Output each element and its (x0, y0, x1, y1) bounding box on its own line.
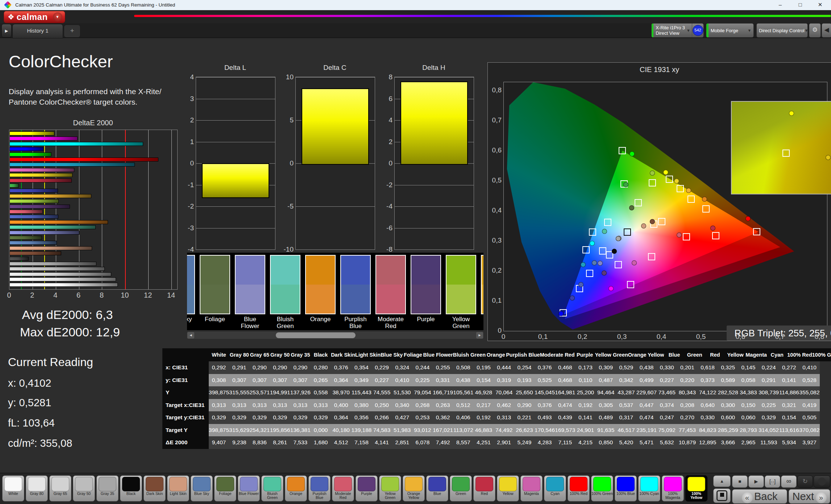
patch-button-green[interactable]: Green (450, 475, 472, 501)
patch-button-yellow[interactable]: Yellow (497, 475, 519, 501)
table-cell: 0,192 (473, 411, 494, 424)
table-cell: 0,193 (514, 374, 535, 387)
cie-target-moderate-red (683, 233, 690, 240)
scroll-left-icon[interactable]: ◄ (187, 332, 194, 339)
cie-y-tick-label: 0,2 (490, 266, 502, 274)
patch-button-yellow-green[interactable]: Yellow Green (379, 475, 401, 501)
patch-button-blue[interactable]: Blue (426, 475, 448, 501)
tab-scroll-left-button[interactable]: ▶ (1, 24, 12, 38)
patch-button-purplish-blue[interactable]: Purplish Blue (308, 475, 331, 501)
patch-button-red[interactable]: Red (473, 475, 495, 501)
add-tab-button[interactable]: + (64, 25, 80, 38)
table-cell: 74,583 (372, 424, 392, 437)
patch-button-orange[interactable]: Orange (285, 475, 307, 501)
chevron-down-icon: ▼ (745, 28, 753, 33)
table-cell: 4,512 (331, 436, 351, 449)
minimize-button[interactable]: – (772, 0, 789, 10)
deltae-bar-foliage (9, 236, 42, 240)
patch-button-gray-80[interactable]: Gray 80 (26, 475, 48, 501)
next-chevron-icon: » (816, 492, 827, 503)
patch-row-up-button[interactable]: ▲ (713, 475, 731, 487)
patch-button-blue-flower[interactable]: Blue Flower (238, 475, 260, 501)
scroll-right-icon[interactable]: ► (476, 332, 483, 339)
table-cell: 0,225 (412, 374, 433, 387)
table-row-label: Target x:CIE31 (162, 399, 209, 412)
logo-menu-caret-icon[interactable]: ▼ (53, 12, 62, 22)
table-cell: 0,493 (535, 411, 555, 424)
source-dropdown[interactable]: Mobile Forge ▼ (706, 23, 754, 38)
patch-button-100-magenta[interactable]: 100% Magenta (662, 475, 684, 501)
table-header-yellow-green: Yellow Green (595, 348, 628, 361)
strip-scrollbar[interactable]: ◄ ► (187, 332, 483, 339)
next-button[interactable]: Next » (789, 489, 830, 504)
table-cell: 136,381 (290, 424, 311, 437)
swatch-target-color (446, 256, 475, 285)
patch-button-100-red[interactable]: 100% Red (568, 475, 590, 501)
table-cell: 0,300 (718, 399, 738, 412)
table-cell: 0,512 (453, 399, 473, 412)
patch-button-bluish-green[interactable]: Bluish Green (261, 475, 283, 501)
patch-button-light-skin[interactable]: Light Skin (167, 475, 189, 501)
tab-history-1[interactable]: History 1 (12, 24, 63, 38)
deltae-bar-black (9, 257, 29, 261)
patch-button-black[interactable]: Black (120, 475, 142, 501)
table-header-blue-flower: Blue Flower (423, 348, 453, 361)
display-control-dropdown[interactable]: Direct Display Control ▼ (756, 23, 808, 38)
patch-button-moderate-red[interactable]: Moderate Red (332, 475, 354, 501)
collapse-panel-button[interactable]: ◀ (822, 23, 831, 38)
patch-button-cyan[interactable]: Cyan (544, 475, 566, 501)
close-button[interactable]: ✕ (812, 0, 828, 10)
table-cell: 0,305 (596, 399, 616, 412)
record-button[interactable] (814, 475, 830, 488)
patch-button-white[interactable]: White (2, 475, 24, 501)
cie-target-cyan (582, 246, 590, 253)
play-icon: ▶ (755, 479, 758, 484)
table-cell: 229,607 (636, 386, 657, 399)
patch-button-magenta[interactable]: Magenta (520, 475, 543, 501)
scrollbar-thumb[interactable] (276, 332, 356, 338)
patch-button-foliage[interactable]: Foliage (214, 475, 236, 501)
back-button[interactable]: « Back (732, 489, 787, 504)
stop-button[interactable]: ■ (732, 475, 748, 488)
patch-color-chip (593, 477, 611, 491)
settings-gear-button[interactable]: ⚙ (809, 23, 821, 38)
patch-button-100-green[interactable]: 100% Green (591, 475, 613, 501)
axis-tick-label: 1 (183, 138, 194, 146)
table-row-label: Y (162, 386, 209, 399)
refresh-button[interactable]: ↻ (797, 475, 813, 488)
axis-tick-label: 12 (144, 291, 152, 299)
patch-button-blue-sky[interactable]: Blue Sky (191, 475, 213, 501)
table-corner-cell (162, 348, 209, 361)
strip-swatch-moderate-red: Moderate Red (375, 253, 406, 330)
patch-button-dark-skin[interactable]: Dark Skin (144, 475, 166, 501)
patch-button-100-cyan[interactable]: 100% Cyan (638, 475, 660, 501)
patch-button-gray-50[interactable]: Gray 50 (73, 475, 95, 501)
loop-button[interactable]: ∞ (781, 475, 797, 488)
patch-button-gray-35[interactable]: Gray 35 (96, 475, 119, 501)
deltae-bar-100-blue (9, 147, 43, 151)
range-button[interactable]: [··] (765, 475, 780, 488)
table-header-cyan: Cyan (767, 348, 787, 361)
table-cell: 0,270 (677, 411, 697, 424)
maximize-button[interactable]: □ (792, 0, 809, 10)
cie-x-tick-label: 0,3 (617, 333, 627, 341)
patch-button-100-yellow[interactable]: 100% Yellow (685, 475, 707, 501)
patch-button-gray-65[interactable]: Gray 65 (49, 475, 71, 501)
axis-tick-label: 6 (76, 291, 80, 299)
stop-icon (720, 493, 724, 497)
cie-target-orange-yellow (687, 196, 695, 203)
play-button[interactable]: ▶ (748, 475, 764, 488)
delta-h-title: Delta H (394, 64, 474, 72)
patch-button-100-blue[interactable]: 100% Blue (615, 475, 637, 501)
patch-button-orange-yellow[interactable]: Orange Yellow (403, 475, 425, 501)
calman-logo-button[interactable]: ❖ calman ▼ (4, 11, 65, 23)
swatch-measured-color (236, 285, 265, 314)
table-cell: 0,330 (698, 411, 718, 424)
meter-dropdown[interactable]: X-Rite i1Pro 3Direct View ▼ 542 (651, 23, 704, 38)
current-reading-title: Current Reading (8, 356, 93, 369)
table-cell: 253,571 (249, 386, 270, 399)
meter-badge-box: 542 (692, 24, 703, 37)
stop-measure-button[interactable] (713, 488, 731, 503)
deltae-bar-green (9, 184, 19, 188)
patch-button-purple[interactable]: Purple (356, 475, 378, 501)
